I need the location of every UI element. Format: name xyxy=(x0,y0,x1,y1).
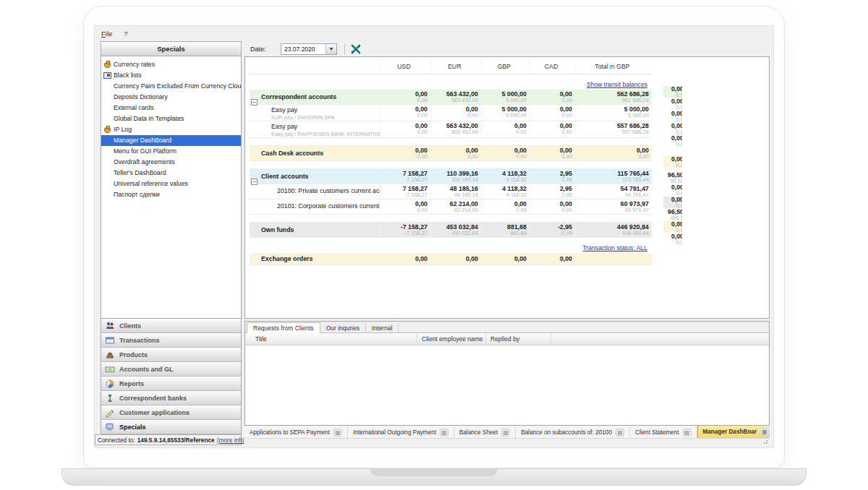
tab-grid-icon[interactable]: ▦ xyxy=(683,429,692,437)
document-tab-label: International Outgoing Payment xyxy=(353,429,436,436)
row-label[interactable]: Easy pay xyxy=(271,106,380,113)
overflow-value: 0,000,0 xyxy=(663,156,682,168)
requests-tab[interactable]: Our inquries xyxy=(320,323,366,332)
row-label-wrap: 20100: Private customers current account… xyxy=(261,184,380,199)
document-tab[interactable]: Applications to SEPA Payment ▦ xyxy=(244,426,348,438)
cell-cad: 0,00 xyxy=(529,254,575,263)
requests-tab[interactable]: Internal xyxy=(366,323,399,332)
cell-eur: 563 432,00563 432,00 xyxy=(430,90,481,104)
row-gutter xyxy=(250,121,261,137)
accordion-item-reports[interactable]: Reports xyxy=(101,377,241,391)
tree-item[interactable]: Паспорт сделки xyxy=(101,189,241,200)
document-tab-label: Manager DashBoar xyxy=(703,429,757,435)
tree-item[interactable]: Teller's DashBoard xyxy=(101,168,241,179)
overflow-value: 0,000,0 xyxy=(663,86,682,98)
tree-item-label: Manager DashBoard xyxy=(114,137,171,144)
screen-icon xyxy=(103,71,111,79)
row-label[interactable]: Transaction status: ALL xyxy=(583,244,648,252)
document-tab[interactable]: Balance on subaccounts of: 20100 ▦ xyxy=(516,426,630,438)
row-gutter xyxy=(250,105,261,121)
row-label-wrap: Client accounts xyxy=(261,173,380,180)
col-cad: CAD xyxy=(529,61,575,71)
tree-item[interactable]: Menu for GUI Platform xyxy=(101,146,241,157)
tree-item[interactable]: Global Data In Templates xyxy=(101,113,241,124)
cell-gbp: 881,68881,68 xyxy=(481,223,529,237)
header-client-employee[interactable]: Client employee name xyxy=(417,333,486,345)
laptop-notch xyxy=(370,468,498,476)
tree-item-label: Currency Pairs Excluded From Currency Cl… xyxy=(114,82,241,90)
document-tab[interactable]: Manager DashBoar ▦ xyxy=(697,426,770,438)
cell-usd: 0,00 xyxy=(380,254,430,263)
document-tab[interactable]: Balance Sheet ▦ xyxy=(454,426,516,438)
cell-gbp: 0,000,00 xyxy=(481,199,529,214)
reports-icon xyxy=(105,379,115,389)
tree-item[interactable]: IP Log xyxy=(101,124,241,135)
row-label[interactable]: Correspondent accounts xyxy=(261,93,380,100)
tree-item[interactable]: Currency Pairs Excluded From Currency Cl… xyxy=(101,81,241,92)
header-replied-by[interactable]: Replied by xyxy=(486,333,551,345)
table-row: Own funds -7 158,27-7 158,27 453 032,844… xyxy=(250,223,652,238)
cell-total: 5 000,005 000,00 xyxy=(575,105,652,121)
requests-list-header: Title Client employee name Replied by xyxy=(245,333,769,345)
row-label[interactable]: 20101: Corporate customers current accou… xyxy=(277,202,380,210)
accordion-item-correspondent-banks[interactable]: Correspondent banks xyxy=(101,391,241,405)
cell-usd: 0,000,00 xyxy=(380,121,430,137)
col-gbp: GBP xyxy=(481,61,529,71)
tree-item-label: Global Data In Templates xyxy=(114,115,184,122)
requests-panel: Requests from Clients Our inquries Inter… xyxy=(244,321,770,426)
row-label-wrap: Easy pay EUR pay / DIASORIN SPA xyxy=(261,105,380,121)
tree-item-label: Teller's DashBoard xyxy=(114,169,166,176)
row-label[interactable]: 20100: Private customers current account… xyxy=(277,187,380,194)
tree-item[interactable]: Universal reference values xyxy=(101,179,241,189)
bottom-strip xyxy=(244,439,770,445)
tree-item[interactable]: Manager DashBoard xyxy=(101,135,241,146)
accordion-item-transactions[interactable]: Transactions xyxy=(101,333,241,348)
accordion-item-products[interactable]: Products xyxy=(101,348,241,362)
tree-item[interactable]: Currency rates xyxy=(101,59,241,70)
document-tab[interactable]: International Outgoing Payment ▦ xyxy=(348,426,454,438)
tree-item[interactable]: External cards xyxy=(101,103,241,113)
tab-grid-icon[interactable]: ▦ xyxy=(501,429,510,437)
accordion-label: Accounts and GL xyxy=(119,366,174,373)
overflow-value: 0,000,0 xyxy=(663,135,682,147)
more-info-link[interactable]: (more info) xyxy=(217,437,246,444)
tab-grid-icon[interactable]: ▦ xyxy=(333,429,342,437)
tree-item[interactable]: Black lists xyxy=(101,70,241,81)
accordion-item-accounts-gl[interactable]: Accounts and GL xyxy=(101,362,241,377)
tab-grid-icon[interactable]: ▦ xyxy=(616,429,624,437)
document-tab-label: Balance on subaccounts of: 20100 xyxy=(521,429,612,436)
accordion-item-customer-applications[interactable]: Customer applications xyxy=(101,405,241,420)
menu-help[interactable]: ? xyxy=(124,30,127,38)
tree-item[interactable]: Overdraft agreements xyxy=(101,157,241,168)
row-label[interactable]: Own funds xyxy=(261,226,380,233)
row-label[interactable]: Exchange orders xyxy=(261,255,380,262)
date-combobox[interactable]: 23.07.2020 xyxy=(281,43,337,55)
overflow-value: 0,000,0 xyxy=(663,98,682,110)
resize-grip[interactable] xyxy=(763,439,768,444)
tree-item-label: Universal reference values xyxy=(114,180,188,187)
tree-item[interactable]: Deposits Dictionary xyxy=(101,92,241,103)
accordion-item-specials[interactable]: Specials xyxy=(101,420,241,434)
cell-gbp: 4 118,324 118,32 xyxy=(481,184,529,199)
row-label[interactable]: Show transit balances xyxy=(587,81,647,88)
accordion-item-clients[interactable]: Clients xyxy=(101,319,241,333)
header-title[interactable]: Title xyxy=(245,333,417,345)
tab-grid-icon[interactable]: ▦ xyxy=(440,429,448,437)
requests-tab[interactable]: Requests from Clients xyxy=(247,322,320,333)
run-icon[interactable] xyxy=(351,44,361,54)
table-row: − Correspondent accounts 0,000,00 563 43… xyxy=(250,90,652,105)
tree-item-label: Menu for GUI Platform xyxy=(114,147,176,155)
tab-grid-icon[interactable]: ▦ xyxy=(760,428,769,436)
moneybag-icon xyxy=(103,60,111,69)
chevron-down-icon[interactable] xyxy=(326,44,336,54)
row-label[interactable]: Cash Desk accounts xyxy=(261,150,380,157)
specials-panel-header: Specials xyxy=(101,41,242,56)
row-label[interactable]: Client accounts xyxy=(261,173,380,180)
cell-gbp: 4 118,324 118,32 xyxy=(481,169,529,184)
cell-gbp: 0,00 xyxy=(481,254,529,263)
menu-file[interactable]: File xyxy=(101,30,112,38)
document-tab-label: Applications to SEPA Payment xyxy=(250,429,330,436)
row-label[interactable]: Easy pay xyxy=(271,123,380,130)
row-gutter xyxy=(250,199,261,214)
document-tab[interactable]: Client Statement ▦ xyxy=(630,426,697,438)
